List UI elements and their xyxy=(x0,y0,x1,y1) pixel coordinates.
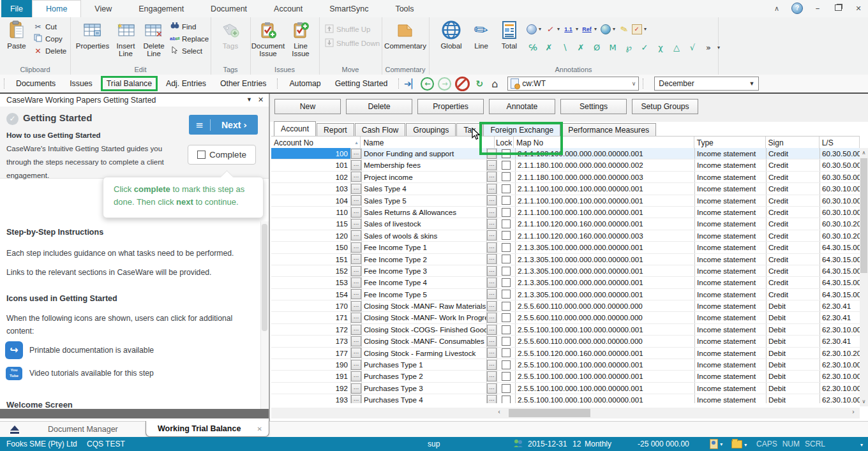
global-annotation-button[interactable]: Global xyxy=(437,19,466,65)
type-cell[interactable]: Income statement xyxy=(695,242,767,253)
account-no-cell[interactable]: 103 xyxy=(271,183,351,194)
account-no-cell[interactable]: 110 xyxy=(271,207,351,218)
account-name-cell[interactable]: Purchases Type 2 xyxy=(362,371,487,381)
lock-checkbox[interactable] xyxy=(502,231,511,240)
account-no-cell[interactable]: 100 xyxy=(271,148,351,159)
tickmark-glyph-icon[interactable]: ✗ xyxy=(542,43,556,52)
printable-doc-icon[interactable]: ↪ xyxy=(5,341,23,359)
lock-checkbox[interactable] xyxy=(502,278,511,287)
lock-checkbox[interactable] xyxy=(502,290,511,299)
account-name-cell[interactable]: Donor Funding and support xyxy=(362,148,487,159)
account-ellipsis-button[interactable]: … xyxy=(351,371,361,381)
ls-cell[interactable]: 62.30.41 xyxy=(820,336,860,346)
dropdown-caret-icon[interactable]: ▾ xyxy=(594,26,597,32)
ls-cell[interactable]: 60.30.50.000 xyxy=(820,172,860,182)
lock-checkbox[interactable] xyxy=(502,219,511,228)
name-ellipsis-button[interactable]: … xyxy=(487,336,497,346)
menu-tab-tools[interactable]: Tools xyxy=(382,0,427,17)
account-ellipsis-button[interactable]: … xyxy=(351,184,361,194)
tickmark-glyph-icon[interactable]: ∖ xyxy=(558,43,572,52)
find-button[interactable]: Find xyxy=(170,20,209,33)
ls-cell[interactable]: 62.30.41 xyxy=(820,300,860,311)
menu-tab-engagement[interactable]: Engagement xyxy=(125,0,197,17)
complete-button[interactable]: Complete xyxy=(188,145,256,165)
map-no-cell[interactable]: 2.5.5.100.120.000.160.000.00000.001 xyxy=(516,348,695,359)
account-ellipsis-button[interactable]: … xyxy=(351,172,361,182)
tab-report[interactable]: Report xyxy=(317,123,354,136)
column-header-type[interactable]: Type xyxy=(694,137,766,149)
lock-checkbox[interactable] xyxy=(502,396,511,403)
name-ellipsis-button[interactable]: … xyxy=(487,266,497,276)
name-ellipsis-button[interactable]: … xyxy=(487,160,497,170)
type-cell[interactable]: Income statement xyxy=(695,383,767,394)
panel-scrollbar[interactable] xyxy=(260,221,269,409)
map-no-cell[interactable]: 2.1.1.180.100.000.000.000.00000.003 xyxy=(516,172,695,182)
sign-cell[interactable]: Debit xyxy=(767,312,820,323)
forward-icon[interactable]: → xyxy=(438,77,451,91)
account-ellipsis-button[interactable]: … xyxy=(351,242,361,253)
tickmark-glyph-icon[interactable]: χ xyxy=(654,43,668,52)
tickmark-glyph-icon[interactable]: M xyxy=(606,43,620,52)
ls-cell[interactable]: 60.30.10.000 xyxy=(820,183,860,194)
tickmark-overflow-icon[interactable]: » xyxy=(701,43,715,52)
sign-cell[interactable]: Debit xyxy=(767,394,820,403)
scroll-down-icon[interactable]: ∨ xyxy=(860,397,868,406)
account-no-cell[interactable]: 170 xyxy=(271,300,351,311)
account-name-cell[interactable]: Purchases Type 1 xyxy=(362,359,487,370)
lock-checkbox[interactable] xyxy=(502,267,511,276)
map-no-cell[interactable]: 2.1.3.305.100.000.000.000.00000.001 xyxy=(516,265,695,276)
account-no-cell[interactable]: 191 xyxy=(271,371,351,381)
hyperlink-annotation-icon[interactable] xyxy=(600,24,611,34)
ls-cell[interactable]: 60.30.50.000 xyxy=(820,148,860,159)
name-ellipsis-button[interactable]: … xyxy=(487,149,497,159)
type-cell[interactable]: Income statement xyxy=(695,148,767,159)
menu-tab-document[interactable]: Document xyxy=(197,0,260,17)
type-cell[interactable]: Income statement xyxy=(695,394,767,403)
sign-cell[interactable]: Debit xyxy=(767,336,820,346)
sign-cell[interactable]: Credit xyxy=(767,159,820,170)
type-cell[interactable]: Income statement xyxy=(695,254,767,265)
ls-cell[interactable]: 64.30.15.000 xyxy=(820,242,860,253)
account-name-cell[interactable]: Fee Income Type 5 xyxy=(362,289,487,300)
tickmark-glyph-icon[interactable]: △ xyxy=(670,43,684,52)
type-cell[interactable]: Income statement xyxy=(695,195,767,206)
ls-cell[interactable]: 64.30.15.000 xyxy=(820,265,860,276)
map-no-cell[interactable]: 2.5.5.100.100.000.100.000.00000.001 xyxy=(516,324,695,335)
name-ellipsis-button[interactable]: … xyxy=(487,184,497,194)
line-annotation-button[interactable]: ✎ Line xyxy=(468,19,494,65)
account-ellipsis-button[interactable]: … xyxy=(351,383,361,394)
refresh-icon[interactable]: ↻ xyxy=(472,78,487,89)
ls-cell[interactable]: 62.30.41 xyxy=(820,312,860,323)
map-no-cell[interactable]: 2.1.1.100.100.000.100.000.00000.001 xyxy=(516,195,695,206)
tab-cash-flow[interactable]: Cash Flow xyxy=(355,123,406,136)
column-header-l-s[interactable]: L/S xyxy=(819,137,860,149)
name-ellipsis-button[interactable]: … xyxy=(487,207,497,218)
toolbar-item-adj-entries[interactable]: Adj. Entries xyxy=(159,79,213,88)
name-ellipsis-button[interactable]: … xyxy=(487,383,497,394)
map-no-cell[interactable]: 2.5.5.600.110.000.000.000.00000.000 xyxy=(516,300,695,311)
tab-account[interactable]: Account xyxy=(274,121,316,136)
account-no-cell[interactable]: 171 xyxy=(271,312,351,323)
lock-checkbox[interactable] xyxy=(502,196,511,205)
map-no-cell[interactable]: 2.5.5.100.100.000.100.000.00000.001 xyxy=(516,394,695,403)
type-cell[interactable]: Income statement xyxy=(695,371,767,381)
tab-close-icon[interactable]: ✕ xyxy=(257,425,262,433)
cut-button[interactable]: ✂Cut xyxy=(33,20,66,33)
tickmark-glyph-icon[interactable]: ℘ xyxy=(622,43,636,52)
account-name-cell[interactable]: Sales of livestock xyxy=(362,218,487,229)
menu-tab-account[interactable]: Account xyxy=(260,0,316,17)
sign-cell[interactable]: Credit xyxy=(767,277,820,288)
ls-cell[interactable]: 60.30.10.200 xyxy=(820,218,860,229)
map-no-cell[interactable]: 2.1.3.305.100.000.000.000.00000.001 xyxy=(516,242,695,253)
lock-checkbox[interactable] xyxy=(502,149,511,158)
type-cell[interactable]: Income statement xyxy=(695,277,767,288)
home-icon[interactable]: ⌂ xyxy=(487,78,502,90)
statusbar-overflow-icon[interactable]: ▾ xyxy=(860,440,864,448)
account-no-cell[interactable]: 153 xyxy=(271,277,351,288)
panel-dropdown-icon[interactable]: ▼ xyxy=(246,96,252,103)
sign-cell[interactable]: Credit xyxy=(767,230,820,241)
lock-checkbox[interactable] xyxy=(502,372,511,381)
account-ellipsis-button[interactable]: … xyxy=(351,289,361,299)
paste-button[interactable]: Paste xyxy=(3,19,31,65)
type-cell[interactable]: Income statement xyxy=(695,300,767,311)
